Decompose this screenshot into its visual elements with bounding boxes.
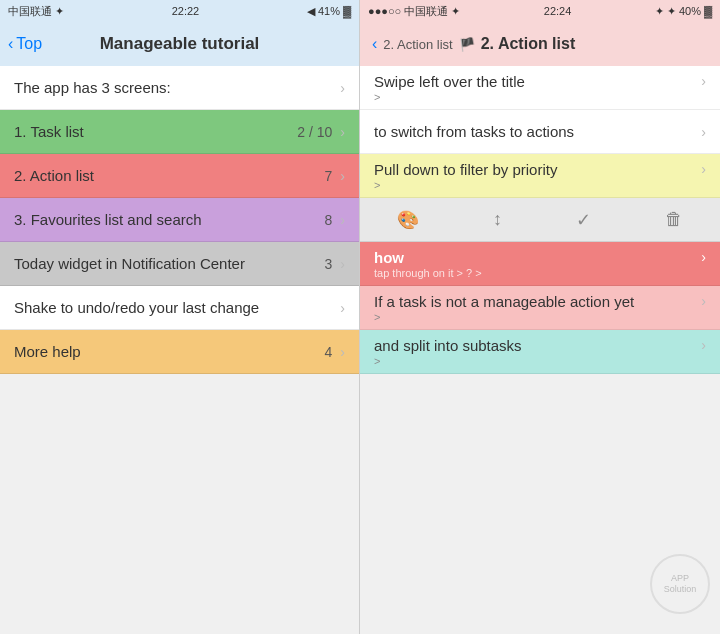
chevron-right-icon: ›	[701, 124, 706, 140]
left-back-label: Top	[16, 35, 42, 53]
right-list-item[interactable]: If a task is not a manageable action yet…	[360, 286, 720, 330]
right-item-sub: >	[374, 355, 706, 367]
right-time: 22:24	[544, 5, 572, 17]
list-item-text: Shake to undo/redo your last change	[14, 290, 340, 326]
right-item-sub: tap through on it > ? >	[374, 267, 706, 279]
right-nav-title: 2. Action list	[481, 35, 576, 53]
list-item-badge: 8	[325, 212, 333, 228]
right-back-chevron: ‹	[372, 35, 377, 53]
list-item-text: 2. Action list	[14, 158, 325, 194]
list-item[interactable]: 2. Action list 7 ›	[0, 154, 359, 198]
watermark: APP Solution	[650, 554, 710, 614]
chevron-right-icon: ›	[701, 293, 706, 309]
left-carrier: 中国联通 ✦	[8, 4, 64, 19]
action-toolbar: 🎨 ↕ ✓ 🗑	[360, 198, 720, 242]
chevron-right-icon: ›	[701, 337, 706, 353]
right-item-text: Pull down to filter by priority	[374, 161, 701, 178]
chevron-right-icon: ›	[340, 212, 345, 228]
right-item-sub: >	[374, 179, 706, 191]
list-item-text: 3. Favourites list and search	[14, 202, 325, 238]
list-item-badge: 7	[325, 168, 333, 184]
left-nav-bar: ‹ Top Manageable tutorial	[0, 22, 359, 66]
list-item-text: Today widget in Notification Center	[14, 246, 325, 282]
chevron-right-icon: ›	[340, 300, 345, 316]
chevron-right-icon: ›	[701, 161, 706, 177]
chevron-right-icon: ›	[701, 249, 706, 265]
right-carrier: ●●●○○ 中国联通 ✦	[368, 4, 460, 19]
list-item[interactable]: The app has 3 screens: ›	[0, 66, 359, 110]
chevron-right-icon: ›	[701, 73, 706, 89]
list-item-text: More help	[14, 334, 325, 370]
right-back-button[interactable]: ‹	[372, 35, 377, 53]
palette-icon[interactable]: 🎨	[397, 209, 419, 231]
right-signal: ✦ ✦ 40% ▓	[655, 5, 712, 18]
left-time: 22:22	[172, 5, 200, 17]
right-item-sub: >	[374, 91, 706, 103]
right-item-text: how	[374, 249, 701, 266]
right-list-item[interactable]: and split into subtasks › >	[360, 330, 720, 374]
list-item-text: 1. Task list	[14, 114, 297, 150]
left-status-bar: 中国联通 ✦ 22:22 ◀ 41% ▓	[0, 0, 359, 22]
right-item-sub: >	[374, 311, 706, 323]
left-nav-title: Manageable tutorial	[100, 34, 260, 54]
right-list-item[interactable]: Pull down to filter by priority › >	[360, 154, 720, 198]
right-list-item[interactable]: how › tap through on it > ? >	[360, 242, 720, 286]
chevron-right-icon: ›	[340, 344, 345, 360]
trash-icon[interactable]: 🗑	[665, 209, 683, 230]
left-signal: ◀ 41% ▓	[307, 5, 351, 18]
right-breadcrumb: 2. Action list	[383, 37, 452, 52]
right-item-text: Swipe left over the title	[374, 73, 701, 90]
chevron-right-icon: ›	[340, 256, 345, 272]
left-panel: 中国联通 ✦ 22:22 ◀ 41% ▓ ‹ Top Manageable tu…	[0, 0, 360, 634]
right-panel: ●●●○○ 中国联通 ✦ 22:24 ✦ ✦ 40% ▓ ‹ 2. Action…	[360, 0, 720, 634]
right-item-text: and split into subtasks	[374, 337, 701, 354]
chevron-right-icon: ›	[340, 124, 345, 140]
list-item-badge: 3	[325, 256, 333, 272]
list-item-badge: 2 / 10	[297, 124, 332, 140]
left-back-chevron: ‹	[8, 35, 13, 53]
watermark-line1: APP	[671, 573, 689, 584]
list-item[interactable]: More help 4 ›	[0, 330, 359, 374]
sort-icon[interactable]: ↕	[493, 209, 502, 230]
chevron-right-icon: ›	[340, 168, 345, 184]
right-flag-icon: 🏴	[459, 37, 475, 52]
list-item[interactable]: Shake to undo/redo your last change ›	[0, 286, 359, 330]
right-list: Swipe left over the title › > to switch …	[360, 66, 720, 634]
list-item[interactable]: Today widget in Notification Center 3 ›	[0, 242, 359, 286]
list-item-text: The app has 3 screens:	[14, 70, 340, 106]
list-item[interactable]: 3. Favourites list and search 8 ›	[0, 198, 359, 242]
right-nav-bar: ‹ 2. Action list 🏴 2. Action list	[360, 22, 720, 66]
list-item-badge: 4	[325, 344, 333, 360]
watermark-line2: Solution	[664, 584, 697, 595]
checkmark-icon[interactable]: ✓	[576, 209, 591, 231]
right-item-text: If a task is not a manageable action yet	[374, 293, 701, 310]
left-back-button[interactable]: ‹ Top	[8, 35, 42, 53]
right-list-item[interactable]: Swipe left over the title › >	[360, 66, 720, 110]
right-status-bar: ●●●○○ 中国联通 ✦ 22:24 ✦ ✦ 40% ▓	[360, 0, 720, 22]
chevron-right-icon: ›	[340, 80, 345, 96]
left-list: The app has 3 screens: › 1. Task list 2 …	[0, 66, 359, 634]
right-list-item[interactable]: to switch from tasks to actions ›	[360, 110, 720, 154]
list-item[interactable]: 1. Task list 2 / 10 ›	[0, 110, 359, 154]
right-item-text: to switch from tasks to actions	[374, 123, 701, 140]
